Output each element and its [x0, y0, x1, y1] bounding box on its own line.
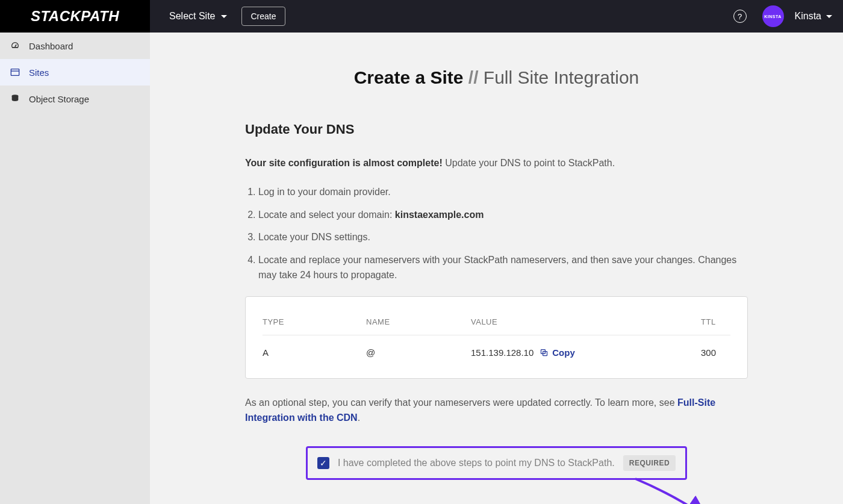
avatar: KINSTA [762, 5, 784, 27]
col-name-header: NAME [366, 317, 471, 326]
copy-label: Copy [552, 347, 575, 358]
sidebar-item-label: Dashboard [29, 41, 73, 51]
section-heading: Update Your DNS [245, 122, 748, 137]
col-ttl-header: TTL [701, 317, 730, 326]
dns-table: TYPE NAME VALUE TTL A @ 151.139.128.10 C… [245, 296, 748, 379]
lead-strong: Your site configuration is almost comple… [245, 158, 443, 168]
step-2: Locate and select your domain: kinstaexa… [258, 207, 748, 223]
sidebar-item-label: Object Storage [29, 94, 89, 104]
user-menu[interactable]: KINSTA Kinsta [762, 5, 832, 27]
caret-down-icon [221, 15, 227, 18]
sidebar-item-dashboard[interactable]: Dashboard [0, 33, 150, 59]
col-type-header: TYPE [263, 317, 366, 326]
cell-type: A [263, 347, 366, 358]
site-selector[interactable]: Select Site [169, 11, 227, 22]
sidebar-item-sites[interactable]: Sites [0, 59, 150, 86]
cell-value: 151.139.128.10 [471, 347, 533, 358]
optional-note: As an optional step, you can verify that… [245, 396, 748, 426]
copy-icon [540, 348, 549, 357]
page-title: Create a Site // Full Site Integration [150, 67, 843, 88]
page-title-sub: Full Site Integration [484, 67, 639, 87]
help-icon[interactable]: ? [733, 10, 747, 23]
step-4: Locate and replace your nameservers with… [258, 252, 748, 283]
lead-rest: Update your DNS to point to StackPath. [443, 158, 615, 168]
site-selector-label: Select Site [169, 11, 215, 22]
sidebar-item-object-storage[interactable]: Object Storage [0, 86, 150, 112]
confirm-checkbox[interactable]: ✓ [317, 457, 329, 469]
page-title-main: Create a Site [354, 67, 464, 87]
dns-table-row: A @ 151.139.128.10 Copy 300 [263, 335, 730, 358]
dns-table-header: TYPE NAME VALUE TTL [263, 317, 730, 335]
required-badge: REQUIRED [623, 455, 676, 471]
domain-name: kinstaexample.com [395, 210, 484, 220]
database-icon [10, 94, 20, 104]
user-name: Kinsta [795, 11, 821, 22]
annotation-arrow [630, 476, 721, 504]
gauge-icon [10, 41, 20, 51]
col-value-header: VALUE [471, 317, 701, 326]
browser-icon [10, 67, 20, 77]
step-3: Locate your DNS settings. [258, 229, 748, 245]
steps-list: Log in to your domain provider. Locate a… [245, 184, 748, 283]
main-content: Create a Site // Full Site Integration U… [150, 33, 843, 504]
logo: STACKPATH [0, 0, 150, 33]
cell-ttl: 300 [701, 347, 730, 358]
caret-down-icon [826, 15, 832, 18]
create-button[interactable]: Create [241, 7, 285, 26]
sidebar-item-label: Sites [29, 67, 49, 78]
page-title-divider: // [468, 67, 479, 87]
step-1: Log in to your domain provider. [258, 184, 748, 200]
topbar: STACKPATH Select Site Create ? KINSTA Ki… [0, 0, 843, 33]
confirm-text: I have completed the above steps to poin… [338, 458, 615, 468]
lead-text: Your site configuration is almost comple… [245, 158, 748, 169]
copy-button[interactable]: Copy [540, 347, 575, 358]
confirm-box: ✓ I have completed the above steps to po… [306, 446, 687, 480]
sidebar: Dashboard Sites Object Storage [0, 33, 150, 504]
svg-rect-0 [11, 69, 19, 76]
cell-name: @ [366, 347, 471, 358]
